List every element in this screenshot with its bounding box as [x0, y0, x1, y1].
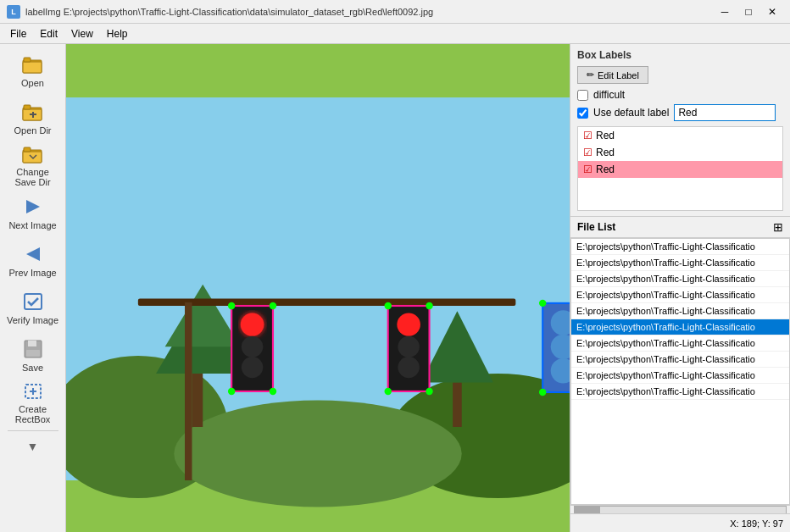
label-item-0[interactable]: ☑ Red: [578, 127, 782, 144]
verify-image-label: Verify Image: [7, 315, 58, 325]
save-button[interactable]: Save: [4, 332, 62, 378]
change-save-dir-button[interactable]: Change Save Dir: [4, 142, 62, 188]
left-toolbar: Open Open Dir: [0, 44, 66, 532]
main-layout: Open Open Dir: [0, 44, 790, 532]
svg-rect-20: [66, 44, 570, 97]
svg-rect-10: [24, 147, 31, 152]
check-icon-1: ☑: [583, 147, 592, 158]
svg-rect-1: [23, 62, 42, 73]
window-controls[interactable]: ─ □ ✕: [714, 3, 783, 20]
next-image-icon: [21, 195, 45, 219]
open-button[interactable]: Open: [4, 47, 62, 93]
svg-rect-15: [28, 341, 36, 346]
file-list-content[interactable]: E:\projects\python\Traffic-Light-Classif…: [570, 238, 790, 505]
file-list-item-4[interactable]: E:\projects\python\Traffic-Light-Classif…: [571, 303, 789, 319]
open-dir-button[interactable]: Open Dir: [4, 95, 62, 141]
difficult-row: difficult: [577, 89, 783, 101]
file-list-item-1[interactable]: E:\projects\python\Traffic-Light-Classif…: [571, 255, 789, 271]
menu-view[interactable]: View: [64, 25, 100, 42]
file-list-item-2[interactable]: E:\projects\python\Traffic-Light-Classif…: [571, 271, 789, 287]
label-text-0: Red: [596, 130, 615, 141]
svg-marker-11: [26, 200, 40, 213]
next-image-button[interactable]: Next Image: [4, 190, 62, 236]
file-list-item-0[interactable]: E:\projects\python\Traffic-Light-Classif…: [571, 239, 789, 255]
menu-help[interactable]: Help: [100, 25, 135, 42]
prev-image-label: Prev Image: [8, 268, 56, 278]
svg-point-44: [398, 336, 419, 357]
prev-image-button[interactable]: Prev Image: [4, 237, 62, 283]
edit-icon: ✏: [587, 69, 594, 80]
svg-rect-5: [24, 105, 31, 109]
svg-point-43: [397, 313, 420, 335]
svg-rect-16: [26, 350, 40, 357]
label-item-1[interactable]: ☑ Red: [578, 144, 782, 161]
file-list-title: File List: [577, 221, 615, 233]
create-rectbox-icon: [21, 380, 45, 402]
status-bar: X: 189; Y: 97: [570, 513, 790, 532]
file-list-item-5[interactable]: E:\projects\python\Traffic-Light-Classif…: [571, 319, 789, 335]
svg-rect-32: [185, 302, 192, 480]
save-label: Save: [22, 363, 43, 373]
open-label: Open: [21, 78, 44, 88]
close-button[interactable]: ✕: [761, 3, 783, 20]
svg-point-38: [228, 302, 235, 309]
svg-point-48: [426, 302, 432, 309]
svg-marker-12: [26, 247, 40, 261]
next-image-label: Next Image: [8, 220, 56, 230]
file-list-item-7[interactable]: E:\projects\python\Traffic-Light-Classif…: [571, 352, 789, 368]
use-default-checkbox[interactable]: [577, 108, 588, 119]
svg-point-58: [539, 389, 546, 396]
expand-button[interactable]: ▼: [4, 436, 62, 457]
change-save-dir-icon: [21, 143, 45, 165]
default-label-input[interactable]: [674, 104, 776, 121]
label-text-1: Red: [596, 147, 615, 158]
right-panel: Box Labels ✏ Edit Label difficult Use de…: [570, 44, 790, 532]
file-list-item-6[interactable]: E:\projects\python\Traffic-Light-Classif…: [571, 335, 789, 352]
change-save-dir-label: Change Save Dir: [5, 167, 61, 187]
difficult-label: difficult: [593, 89, 625, 101]
svg-point-47: [384, 302, 391, 309]
maximize-button[interactable]: □: [737, 3, 759, 20]
create-rectbox-button[interactable]: Create RectBox: [4, 380, 62, 425]
coordinate-display: X: 189; Y: 97: [730, 518, 783, 529]
svg-rect-13: [25, 294, 42, 309]
difficult-checkbox[interactable]: [577, 90, 588, 101]
label-item-2[interactable]: ☑ Red: [578, 161, 782, 178]
scene-svg: [66, 44, 570, 532]
menu-bar: File Edit View Help: [0, 24, 790, 44]
horizontal-scrollbar-thumb[interactable]: [575, 507, 600, 513]
file-list-item-8[interactable]: E:\projects\python\Traffic-Light-Classif…: [571, 368, 789, 384]
minimize-button[interactable]: ─: [714, 3, 736, 20]
svg-point-39: [270, 302, 276, 309]
label-text-2: Red: [596, 163, 615, 175]
box-labels-title: Box Labels: [577, 49, 783, 61]
svg-rect-29: [453, 382, 462, 427]
use-default-row: Use default label: [577, 104, 783, 121]
menu-file[interactable]: File: [3, 25, 33, 42]
svg-rect-26: [192, 374, 203, 427]
svg-point-35: [242, 336, 263, 357]
file-list-scrollbar[interactable]: [570, 505, 790, 513]
menu-edit[interactable]: Edit: [33, 25, 64, 42]
toolbar-divider: [8, 430, 58, 431]
file-list-item-3[interactable]: E:\projects\python\Traffic-Light-Classif…: [571, 287, 789, 303]
file-list-expand-icon[interactable]: ⊞: [773, 220, 783, 234]
canvas-area[interactable]: [66, 44, 570, 532]
svg-point-25: [174, 400, 461, 507]
horizontal-scrollbar-track[interactable]: [574, 506, 787, 514]
open-icon: [21, 53, 45, 76]
prev-image-icon: [21, 242, 45, 266]
svg-rect-2: [24, 58, 31, 62]
verify-image-button[interactable]: Verify Image: [4, 285, 62, 330]
title-bar-left: L labelImg E:\projects\python\Traffic-Li…: [7, 5, 433, 19]
svg-point-56: [539, 300, 546, 307]
app-icon: L: [7, 5, 20, 19]
edit-label-button[interactable]: ✏ Edit Label: [577, 66, 648, 84]
file-list-item-9[interactable]: E:\projects\python\Traffic-Light-Classif…: [571, 384, 789, 400]
check-icon-2: ☑: [583, 163, 592, 175]
svg-point-36: [242, 357, 263, 378]
verify-image-icon: [21, 290, 45, 313]
save-icon: [21, 337, 45, 361]
use-default-label: Use default label: [593, 107, 669, 119]
svg-point-49: [384, 388, 391, 395]
